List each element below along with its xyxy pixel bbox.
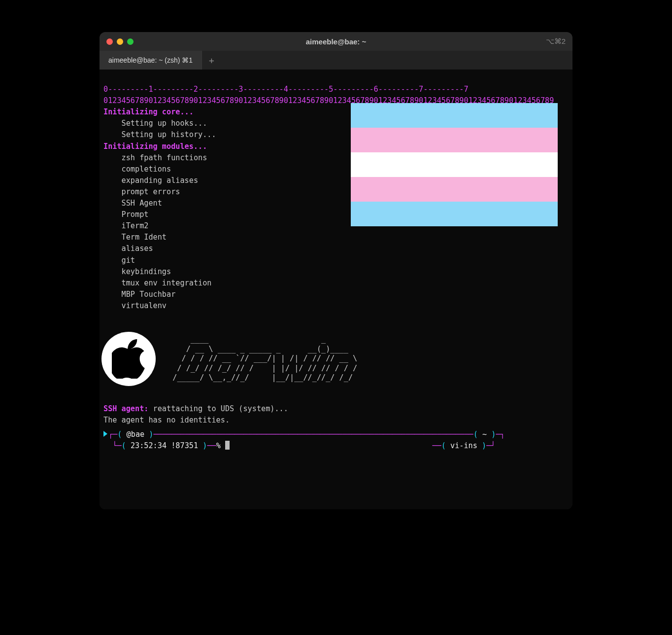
prompt-host: @bae bbox=[127, 430, 145, 439]
trans-flag-image bbox=[351, 103, 558, 226]
init-module: Term Ident bbox=[122, 233, 167, 242]
minimize-button[interactable] bbox=[117, 38, 123, 45]
init-module: tmux env integration bbox=[122, 279, 212, 287]
ascii-line: /_____/ \__,_//_/ |__/|__//_//_/ /_/ bbox=[164, 373, 357, 382]
terminal-window: aimeeble@bae: ~ ⌥⌘2 aimeeble@bae: ~ (zsh… bbox=[100, 32, 572, 509]
cursor bbox=[225, 441, 230, 450]
prompt: ┌─( @bae )──────────────────────────────… bbox=[103, 429, 569, 452]
darwin-ascii-art: ____ _ / __ \ ____ _ _____ _ __(_)____ /… bbox=[164, 335, 357, 383]
window-title: aimeeble@bae: ~ bbox=[100, 37, 572, 46]
terminal-body[interactable]: 0---------1---------2---------3---------… bbox=[100, 70, 572, 509]
apple-logo-icon bbox=[101, 332, 156, 386]
init-core-step: Setting up hooks... bbox=[122, 119, 207, 128]
init-modules-heading: Initializing modules... bbox=[103, 142, 207, 151]
flag-stripe bbox=[351, 103, 558, 128]
init-module: aliases bbox=[122, 244, 153, 253]
ascii-line: / / / // __ `// ___/| | /| / // // __ \ bbox=[164, 354, 357, 363]
zoom-button[interactable] bbox=[127, 38, 134, 45]
plus-icon: + bbox=[209, 55, 214, 66]
prompt-history: !87351 bbox=[171, 441, 198, 450]
prompt-top-line: ┌─( @bae )──────────────────────────────… bbox=[103, 429, 569, 440]
tab-bar: aimeeble@bae: ~ (zsh) ⌘1 + bbox=[100, 51, 572, 70]
prompt-mode: vi-ins bbox=[450, 441, 477, 450]
init-core-heading: Initializing core... bbox=[103, 107, 194, 116]
init-module: expanding aliases bbox=[122, 176, 198, 185]
titlebar: aimeeble@bae: ~ ⌥⌘2 bbox=[100, 32, 572, 51]
traffic-lights bbox=[106, 38, 134, 45]
init-module: MBP Touchbar bbox=[122, 290, 176, 299]
prompt-symbol: % bbox=[216, 441, 221, 450]
init-module: virtualenv bbox=[122, 301, 167, 310]
flag-stripe bbox=[351, 152, 558, 177]
ruler-tens: 0---------1---------2---------3---------… bbox=[103, 85, 469, 94]
prompt-arrow-icon bbox=[103, 431, 107, 437]
init-module: keybindings bbox=[122, 267, 171, 276]
flag-stripe bbox=[351, 177, 558, 202]
init-module: iTerm2 bbox=[122, 221, 149, 230]
ssh-agent-msg: reattaching to UDS (system)... bbox=[148, 404, 288, 413]
init-module: prompt errors bbox=[122, 187, 180, 196]
ascii-line: ____ _ bbox=[164, 335, 357, 344]
tab-active[interactable]: aimeeble@bae: ~ (zsh) ⌘1 bbox=[100, 51, 202, 70]
prompt-time: 23:52:34 bbox=[131, 441, 167, 450]
tab-label: aimeeble@bae: ~ (zsh) ⌘1 bbox=[108, 56, 193, 64]
prompt-cwd: ~ bbox=[482, 430, 487, 439]
init-module: Prompt bbox=[122, 210, 149, 219]
init-module: git bbox=[122, 256, 135, 265]
os-banner: ____ _ / __ \ ____ _ _____ _ __(_)____ /… bbox=[103, 332, 569, 386]
ascii-line: / __ \ ____ _ _____ _ __(_)____ bbox=[164, 345, 357, 353]
flag-stripe bbox=[351, 202, 558, 226]
close-button[interactable] bbox=[106, 38, 113, 45]
flag-stripe bbox=[351, 128, 558, 152]
init-module: completions bbox=[122, 165, 171, 174]
new-tab-button[interactable]: + bbox=[202, 51, 221, 70]
window-shortcut-label: ⌥⌘2 bbox=[546, 37, 566, 46]
ssh-agent-label: SSH agent: bbox=[103, 404, 148, 413]
prompt-bottom-line: └─( 23:52:34 !87351 )──% ──( vi-ins )─┘ bbox=[103, 440, 569, 452]
ascii-line: / /_/ // /_/ // / | |/ |/ // // / / / bbox=[164, 364, 357, 373]
init-module: SSH Agent bbox=[122, 199, 162, 208]
init-module: zsh fpath functions bbox=[122, 153, 207, 162]
ssh-no-identities: The agent has no identities. bbox=[103, 416, 230, 424]
init-core-step: Setting up history... bbox=[122, 130, 216, 139]
